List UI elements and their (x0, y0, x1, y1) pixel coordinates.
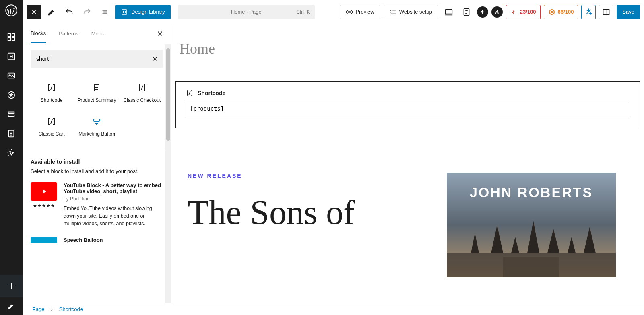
install-item-desc: Embed YouTube videos without slowing dow… (64, 205, 163, 227)
install-item-speech-balloon[interactable]: Speech Balloon (31, 237, 163, 243)
chevron-right-icon: › (51, 306, 52, 312)
svg-rect-28 (503, 257, 559, 277)
block-classic-cart[interactable]: Classic Cart (31, 112, 72, 142)
block-product-summary[interactable]: Product Summary (76, 78, 118, 109)
close-inserter-button[interactable]: ✕ (27, 5, 41, 19)
tab-blocks[interactable]: Blocks (31, 25, 46, 43)
scrollbar[interactable] (165, 44, 171, 303)
ai-assist-button[interactable] (581, 5, 596, 19)
notes-icon[interactable] (459, 5, 474, 19)
tab-media[interactable]: Media (91, 25, 105, 42)
analytics-icon[interactable]: A (491, 6, 503, 18)
dashboard-icon[interactable] (4, 30, 19, 44)
document-icon (92, 83, 101, 93)
search-input[interactable] (36, 56, 152, 62)
gear-icon (548, 8, 555, 16)
hero-title: The Sons of (188, 195, 447, 230)
settings-panel-toggle[interactable] (599, 5, 613, 19)
page-title[interactable]: Home (180, 40, 640, 57)
available-to-install-section: Available to install Select a block to i… (23, 150, 171, 251)
shortcode-icon (47, 83, 56, 93)
document-outline-icon[interactable] (97, 5, 112, 19)
editor-canvas[interactable]: Home Shortcode NEW RELEASE The Sons of (171, 24, 644, 303)
shortcode-input[interactable] (186, 103, 630, 117)
block-shortcode[interactable]: Shortcode (31, 78, 72, 109)
castle-illustration (447, 217, 616, 277)
heading-icon[interactable] (4, 49, 19, 64)
youtube-icon (31, 182, 57, 201)
website-setup-button[interactable]: Website setup (384, 5, 438, 19)
svg-rect-1 (8, 34, 10, 36)
list-icon[interactable] (4, 107, 19, 121)
install-item-title: Speech Balloon (64, 237, 103, 243)
marketing-icon (92, 117, 101, 126)
breadcrumb-current[interactable]: Shortcode (59, 306, 83, 312)
redo-icon[interactable] (80, 5, 94, 19)
desktop-view-icon[interactable] (442, 5, 456, 19)
image-icon[interactable] (4, 68, 19, 83)
shortcode-label: Shortcode (198, 90, 225, 96)
undo-icon[interactable] (62, 5, 76, 19)
svg-rect-19 (93, 119, 100, 121)
tab-patterns[interactable]: Patterns (59, 25, 78, 42)
document-title-text: Home · Page (231, 9, 262, 15)
library-icon (121, 8, 128, 16)
speech-balloon-icon (31, 237, 57, 243)
shortcode-block[interactable]: Shortcode (175, 81, 640, 128)
block-search[interactable]: ✕ (31, 50, 163, 68)
shortcode-icon (186, 89, 194, 97)
install-item-youtube[interactable]: ★★★★★ YouTube Block - A better way to em… (31, 182, 163, 227)
svg-point-16 (551, 11, 552, 12)
preview-button[interactable]: Preview (340, 5, 380, 19)
block-inserter-panel: Blocks Patterns Media ✕ ✕ Shortcode (23, 24, 171, 303)
website-setup-label: Website setup (399, 9, 432, 15)
rating-stars: ★★★★★ (31, 203, 57, 208)
svg-marker-22 (491, 225, 503, 253)
shortcode-icon (47, 117, 56, 126)
svg-marker-25 (547, 229, 559, 253)
svg-rect-17 (603, 9, 609, 14)
svg-rect-4 (12, 38, 14, 40)
performance-score-badge[interactable]: 66/100 (544, 5, 578, 19)
svg-point-7 (8, 92, 15, 99)
svg-marker-27 (584, 227, 596, 253)
block-marketing-button[interactable]: Marketing Button (76, 112, 118, 142)
save-button[interactable]: Save (617, 5, 640, 19)
install-heading: Available to install (31, 159, 163, 165)
editor-toolbar: ✕ Design Library Home · Page Ctrl+K Prev… (23, 0, 644, 24)
seo-score-text: 23/100 (520, 9, 536, 15)
svg-marker-23 (511, 237, 519, 253)
wordpress-logo-icon[interactable] (3, 2, 19, 19)
block-breadcrumb: Page › Shortcode (23, 303, 644, 315)
clear-search-icon[interactable]: ✕ (152, 55, 157, 63)
design-library-button[interactable]: Design Library (115, 5, 171, 19)
document-title-button[interactable]: Home · Page Ctrl+K (178, 5, 315, 19)
close-icon[interactable]: ✕ (157, 29, 163, 38)
tools-icon[interactable] (44, 5, 59, 19)
cursor-click-icon[interactable] (4, 146, 19, 160)
svg-rect-3 (8, 38, 10, 40)
install-subtext: Select a block to install and add it to … (31, 168, 163, 174)
seo-score-badge[interactable]: 23/100 (506, 5, 541, 19)
scrollbar-thumb[interactable] (166, 48, 170, 141)
hero-section[interactable]: NEW RELEASE The Sons of JOHN ROBERTS (175, 173, 640, 277)
cache-icon[interactable] (477, 6, 488, 18)
preview-label: Preview (355, 9, 374, 15)
admin-sidebar (0, 0, 23, 315)
svg-rect-2 (12, 34, 14, 36)
eye-icon (346, 8, 353, 16)
svg-rect-13 (446, 9, 452, 14)
seo-icon (510, 8, 518, 16)
edit-button[interactable] (0, 297, 23, 315)
svg-point-12 (349, 11, 351, 13)
svg-marker-21 (471, 233, 479, 253)
page-icon[interactable] (4, 126, 19, 141)
block-classic-checkout[interactable]: Classic Checkout (121, 78, 163, 109)
block-results-grid: Shortcode Product Summary Classic Checko… (23, 74, 171, 150)
book-cover-image[interactable]: JOHN ROBERTS (447, 173, 616, 277)
performance-score-text: 66/100 (558, 9, 574, 15)
cover-author-text: JOHN ROBERTS (447, 185, 616, 200)
star-icon[interactable] (4, 88, 19, 102)
add-block-button[interactable] (0, 275, 23, 297)
breadcrumb-page[interactable]: Page (32, 306, 44, 312)
